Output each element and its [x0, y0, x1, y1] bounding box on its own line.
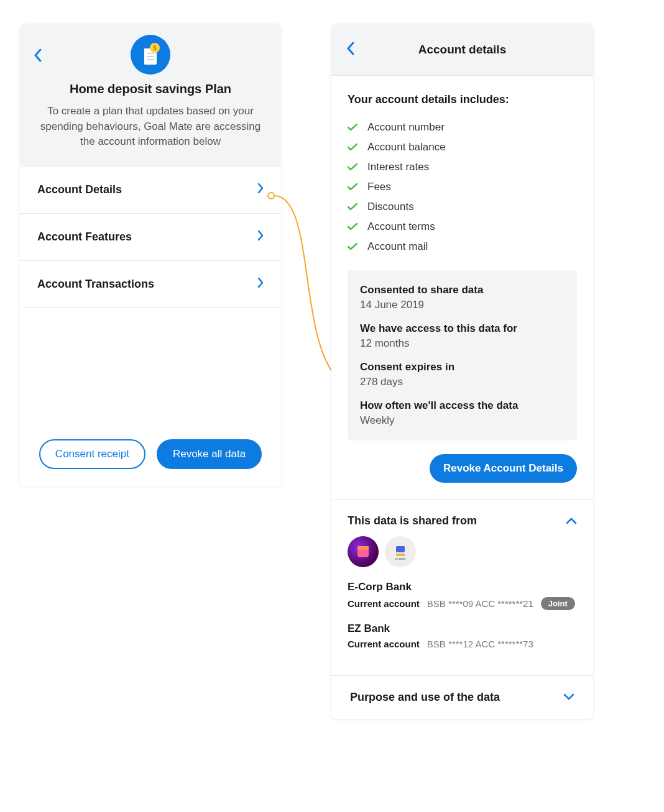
- consent-block: Consent expires in 278 days: [360, 361, 565, 388]
- plan-subtitle: To create a plan that updates based on y…: [32, 104, 269, 150]
- account-number: BSB ****12 ACC *******73: [427, 639, 533, 649]
- consent-value: 278 days: [360, 376, 565, 388]
- consent-receipt-button[interactable]: Consent receipt: [39, 439, 145, 469]
- plan-title: Home deposit savings Plan: [32, 82, 269, 96]
- consent-block: How often we'll access the data Weekly: [360, 399, 565, 427]
- row-label: Account Features: [37, 230, 132, 244]
- account-number: BSB ****09 ACC *******21: [427, 598, 533, 609]
- account-details-panel: Account details Your account details inc…: [331, 24, 593, 719]
- check-icon: [348, 243, 357, 250]
- row-account-transactions[interactable]: Account Transactions: [20, 261, 281, 308]
- account-type: Current account: [348, 639, 420, 649]
- consent-label: Consented to share data: [360, 284, 565, 296]
- includes-label: Account number: [367, 121, 445, 134]
- receipt-coin-icon: $: [138, 42, 163, 67]
- check-icon: [348, 223, 357, 230]
- back-button[interactable]: [346, 42, 355, 58]
- bank-block: E-Corp Bank Current account BSB ****09 A…: [348, 581, 577, 610]
- details-title: Account details: [418, 43, 506, 57]
- chevron-right-icon: [257, 230, 264, 244]
- bank-logo-ez: EZ BANK: [385, 536, 416, 567]
- consent-value: Weekly: [360, 414, 565, 427]
- chevron-left-icon: [34, 48, 42, 62]
- chevron-left-icon: [346, 42, 355, 55]
- check-icon: [348, 144, 357, 151]
- includes-item: Account number: [348, 117, 577, 137]
- plan-header: $ Home deposit savings Plan To create a …: [20, 24, 281, 166]
- consent-label: We have access to this data for: [360, 322, 565, 335]
- consent-label: How often we'll access the data: [360, 399, 565, 412]
- consent-value: 12 months: [360, 337, 565, 350]
- includes-item: Account balance: [348, 137, 577, 157]
- includes-item: Discounts: [348, 197, 577, 217]
- revoke-all-button[interactable]: Revoke all data: [157, 439, 262, 469]
- includes-label: Account terms: [367, 221, 435, 233]
- plan-panel: $ Home deposit savings Plan To create a …: [20, 24, 281, 486]
- bank-logos: EZ BANK: [348, 536, 577, 567]
- row-label: Account Details: [37, 183, 122, 196]
- row-account-details[interactable]: Account Details: [20, 166, 281, 214]
- svg-text:EZ BANK: EZ BANK: [395, 557, 405, 560]
- bank-block: EZ Bank Current account BSB ****12 ACC *…: [348, 623, 577, 649]
- joint-badge: Joint: [541, 597, 575, 610]
- svg-rect-9: [357, 546, 369, 550]
- includes-label: Account mail: [367, 240, 428, 253]
- row-label: Account Transactions: [37, 278, 154, 291]
- includes-item: Interest rates: [348, 157, 577, 177]
- includes-label: Account balance: [367, 141, 446, 153]
- purpose-title: Purpose and use of the data: [350, 691, 500, 704]
- shared-title: This data is shared from: [348, 514, 477, 527]
- check-icon: [348, 183, 357, 191]
- consent-value: 14 June 2019: [360, 299, 565, 311]
- consent-block: Consented to share data 14 June 2019: [360, 284, 565, 311]
- includes-list: Account number Account balance Interest …: [348, 117, 577, 257]
- ecorp-logo-icon: [354, 542, 372, 561]
- includes-label: Interest rates: [367, 161, 429, 173]
- details-header: Account details: [331, 24, 593, 76]
- svg-text:$: $: [153, 45, 157, 52]
- chevron-right-icon: [257, 277, 264, 291]
- details-body: Your account details includes: Account n…: [331, 76, 593, 499]
- chevron-up-icon: [566, 516, 577, 527]
- account-type: Current account: [348, 598, 420, 609]
- shared-section: This data is shared from EZ BANK: [331, 499, 593, 675]
- includes-item: Account mail: [348, 237, 577, 257]
- check-icon: [348, 203, 357, 211]
- consent-block: We have access to this data for 12 month…: [360, 322, 565, 350]
- svg-rect-11: [396, 554, 405, 556]
- bank-name: EZ Bank: [348, 623, 577, 635]
- shared-header-toggle[interactable]: This data is shared from: [348, 514, 577, 527]
- includes-item: Fees: [348, 177, 577, 197]
- account-line: Current account BSB ****12 ACC *******73: [348, 639, 577, 649]
- includes-label: Discounts: [367, 201, 414, 213]
- plan-footer: Consent receipt Revoke all data: [20, 427, 281, 486]
- includes-label: Fees: [367, 181, 391, 193]
- includes-heading: Your account details includes:: [348, 93, 577, 106]
- consent-box: Consented to share data 14 June 2019 We …: [348, 270, 577, 440]
- check-icon: [348, 124, 357, 131]
- plan-icon: $: [131, 35, 170, 75]
- revoke-row: Revoke Account Details: [348, 454, 577, 483]
- bank-name: E-Corp Bank: [348, 581, 577, 593]
- bank-logo-ecorp: [348, 536, 379, 567]
- revoke-account-details-button[interactable]: Revoke Account Details: [430, 454, 577, 483]
- account-line: Current account BSB ****09 ACC *******21…: [348, 597, 577, 610]
- check-icon: [348, 163, 357, 171]
- chevron-right-icon: [257, 183, 264, 197]
- includes-item: Account terms: [348, 217, 577, 237]
- back-button[interactable]: [31, 48, 45, 62]
- purpose-toggle[interactable]: Purpose and use of the data: [331, 675, 593, 719]
- ez-logo-icon: EZ BANK: [391, 542, 410, 561]
- consent-label: Consent expires in: [360, 361, 565, 373]
- svg-rect-10: [396, 546, 405, 552]
- chevron-down-icon: [563, 692, 574, 703]
- row-account-features[interactable]: Account Features: [20, 214, 281, 261]
- data-category-list: Account Details Account Features Account…: [20, 166, 281, 308]
